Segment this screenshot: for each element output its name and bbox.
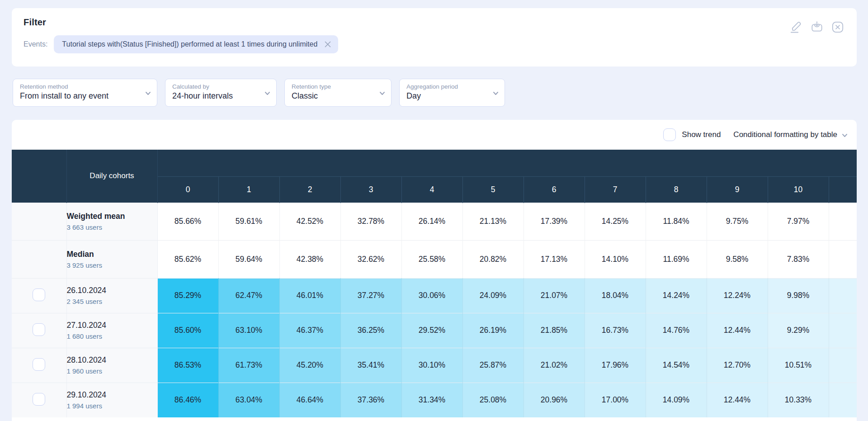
show-trend-checkbox[interactable] bbox=[663, 128, 676, 141]
retention-cell-day-9: 9.58% bbox=[707, 240, 768, 278]
retention-cell-day-9: 9.75% bbox=[707, 203, 768, 240]
retention-cell-day-0: 85.29% bbox=[157, 278, 218, 313]
close-square-icon[interactable] bbox=[830, 20, 845, 34]
table-body: Weighted mean3 663 users85.66%59.61%42.5… bbox=[12, 203, 857, 417]
export-download-icon[interactable] bbox=[810, 20, 824, 34]
row-select-cell bbox=[12, 313, 66, 348]
row-select-cell bbox=[12, 383, 66, 417]
retention-type-dropdown[interactable]: Retention type Classic bbox=[284, 79, 392, 107]
retention-cell-day-6: 17.39% bbox=[524, 203, 585, 240]
retention-cell-day-0: 86.46% bbox=[157, 383, 218, 417]
retention-cell-day-5: 25.87% bbox=[462, 348, 524, 383]
edit-pencil-icon[interactable] bbox=[789, 20, 803, 34]
cohort-users-count: 3 663 users bbox=[67, 223, 157, 231]
retention-cell-day-3: 32.78% bbox=[340, 203, 401, 240]
table-toolbar: Show trend Conditional formatting by tab… bbox=[12, 120, 857, 150]
retention-cell-day-6: 17.13% bbox=[524, 240, 585, 278]
retention-cell-day-4: 30.06% bbox=[401, 278, 462, 313]
header-band bbox=[157, 150, 857, 176]
aggregation-period-dropdown[interactable]: Aggregation period Day bbox=[399, 79, 505, 107]
column-header-day-4: 4 bbox=[401, 176, 462, 203]
column-header-day-2: 2 bbox=[279, 176, 340, 203]
calculated-by-dropdown[interactable]: Calculated by 24-hour intervals bbox=[165, 79, 277, 107]
retention-cell-day-4: 25.58% bbox=[401, 240, 462, 278]
retention-table-card: Show trend Conditional formatting by tab… bbox=[12, 120, 857, 421]
retention-cell-partial bbox=[829, 240, 857, 278]
report-controls-row: Retention method From install to any eve… bbox=[13, 79, 505, 107]
retention-cell-day-5: 21.13% bbox=[462, 203, 524, 240]
column-header-day-8: 8 bbox=[646, 176, 707, 203]
event-filter-chip[interactable]: Tutorial steps with(Status [Finished]) p… bbox=[54, 35, 338, 53]
conditional-formatting-dropdown[interactable]: Conditional formatting by table bbox=[733, 130, 848, 139]
column-header-day-0: 0 bbox=[157, 176, 218, 203]
column-header-day-9: 9 bbox=[707, 176, 768, 203]
table-header: Daily cohorts012345678910 bbox=[12, 150, 857, 203]
retention-cell-day-3: 37.27% bbox=[340, 278, 401, 313]
chevron-down-icon bbox=[492, 90, 499, 99]
retention-cell-day-7: 14.10% bbox=[585, 240, 646, 278]
retention-cell-day-5: 24.09% bbox=[462, 278, 524, 313]
filter-panel: Filter Events: Tutorial steps with(Statu… bbox=[12, 8, 857, 66]
retention-cell-day-7: 16.73% bbox=[585, 313, 646, 348]
select-column-header bbox=[12, 150, 66, 203]
retention-cell-day-3: 36.25% bbox=[340, 313, 401, 348]
retention-cell-day-8: 14.09% bbox=[646, 383, 707, 417]
cohort-label-cell: 27.10.20241 680 users bbox=[66, 313, 157, 348]
retention-cell-day-2: 46.64% bbox=[279, 383, 340, 417]
row-checkbox[interactable] bbox=[33, 358, 45, 371]
retention-cell-day-0: 85.62% bbox=[157, 240, 218, 278]
row-checkbox[interactable] bbox=[33, 393, 45, 406]
chip-remove-icon[interactable] bbox=[325, 41, 331, 47]
retention-cell-day-10: 7.83% bbox=[768, 240, 829, 278]
retention-cell-day-2: 45.20% bbox=[279, 348, 340, 383]
retention-cell-partial bbox=[829, 278, 857, 313]
retention-cell-day-4: 30.10% bbox=[401, 348, 462, 383]
retention-cell-day-7: 18.04% bbox=[585, 278, 646, 313]
cohort-label-cell: Weighted mean3 663 users bbox=[66, 203, 157, 240]
column-header-day-10: 10 bbox=[768, 176, 829, 203]
cohort-name: 27.10.2024 bbox=[67, 321, 157, 330]
cohort-row: 27.10.20241 680 users85.60%63.10%46.37%3… bbox=[12, 313, 857, 348]
retention-cell-day-3: 37.36% bbox=[340, 383, 401, 417]
retention-cell-day-2: 42.38% bbox=[279, 240, 340, 278]
cohort-row: Median3 925 users85.62%59.64%42.38%32.62… bbox=[12, 240, 857, 278]
retention-cell-day-6: 20.96% bbox=[524, 383, 585, 417]
header-row-top: Daily cohorts bbox=[12, 150, 857, 176]
retention-cell-day-6: 21.02% bbox=[524, 348, 585, 383]
cohort-name: Median bbox=[67, 250, 157, 259]
retention-cell-partial bbox=[829, 348, 857, 383]
cohort-users-count: 1 960 users bbox=[67, 367, 157, 375]
events-filter-row: Events: Tutorial steps with(Status [Fini… bbox=[24, 35, 845, 53]
retention-cell-day-10: 10.51% bbox=[768, 348, 829, 383]
dropdown-label: Retention type bbox=[292, 83, 375, 90]
retention-cell-day-0: 85.66% bbox=[157, 203, 218, 240]
retention-cell-day-2: 42.52% bbox=[279, 203, 340, 240]
retention-cell-day-1: 62.47% bbox=[218, 278, 279, 313]
retention-table: Daily cohorts012345678910Weighted mean3 … bbox=[12, 150, 857, 417]
cohort-label-cell: 29.10.20241 994 users bbox=[66, 383, 157, 417]
cohort-row: 26.10.20242 345 users85.29%62.47%46.01%3… bbox=[12, 278, 857, 313]
show-trend-toggle[interactable]: Show trend bbox=[663, 128, 721, 141]
retention-method-dropdown[interactable]: Retention method From install to any eve… bbox=[13, 79, 157, 107]
retention-cell-day-4: 26.14% bbox=[401, 203, 462, 240]
cohort-name: 29.10.2024 bbox=[67, 390, 157, 400]
retention-cell-day-3: 32.62% bbox=[340, 240, 401, 278]
row-checkbox[interactable] bbox=[33, 323, 45, 336]
row-checkbox[interactable] bbox=[33, 289, 45, 301]
retention-cell-day-7: 14.25% bbox=[585, 203, 646, 240]
retention-cell-day-2: 46.01% bbox=[279, 278, 340, 313]
retention-cell-day-10: 10.33% bbox=[768, 383, 829, 417]
cohort-users-count: 1 994 users bbox=[67, 402, 157, 410]
retention-cell-partial bbox=[829, 203, 857, 240]
retention-cell-partial bbox=[829, 383, 857, 417]
column-header-day-6: 6 bbox=[524, 176, 585, 203]
conditional-formatting-label: Conditional formatting by table bbox=[733, 130, 837, 139]
row-select-cell bbox=[12, 278, 66, 313]
dropdown-label: Calculated by bbox=[172, 83, 260, 90]
cohort-row: Weighted mean3 663 users85.66%59.61%42.5… bbox=[12, 203, 857, 240]
retention-cell-day-5: 20.82% bbox=[462, 240, 524, 278]
retention-cell-day-9: 12.24% bbox=[707, 278, 768, 313]
retention-cell-day-9: 12.70% bbox=[707, 348, 768, 383]
retention-cell-day-10: 7.97% bbox=[768, 203, 829, 240]
retention-cell-day-7: 17.96% bbox=[585, 348, 646, 383]
